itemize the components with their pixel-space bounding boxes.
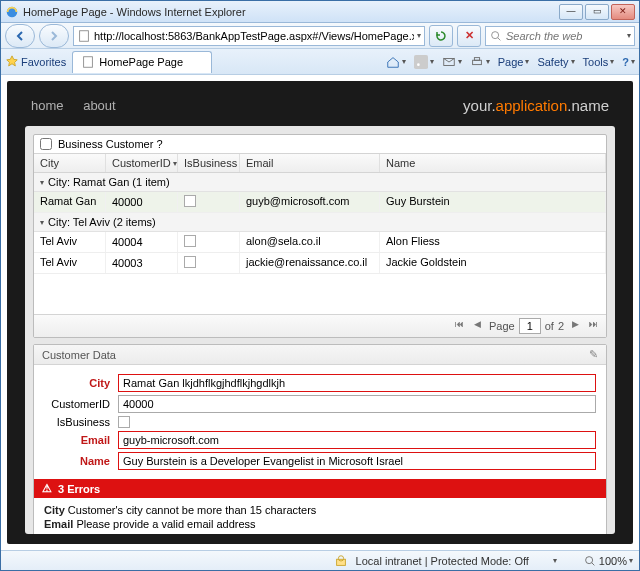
error-list: City Customer's city cannot be more than… bbox=[34, 498, 606, 534]
col-customerid[interactable]: CustomerID▾ bbox=[106, 154, 178, 172]
label-name: Name bbox=[44, 455, 110, 467]
svg-point-12 bbox=[585, 556, 592, 563]
svg-line-13 bbox=[592, 562, 595, 565]
back-button[interactable] bbox=[5, 24, 35, 48]
sort-desc-icon: ▾ bbox=[173, 159, 177, 168]
label-customerid: CustomerID bbox=[44, 398, 110, 410]
main-card: Business Customer ? City CustomerID▾ IsB… bbox=[25, 126, 615, 534]
pager-page-input[interactable] bbox=[519, 318, 541, 334]
input-name[interactable] bbox=[118, 452, 596, 470]
error-item: Name Customer's name cannot be more than… bbox=[44, 532, 596, 534]
business-customer-checkbox[interactable] bbox=[40, 138, 52, 150]
customer-form-panel: Customer Data ✎ City CustomerID bbox=[33, 344, 607, 534]
search-input[interactable] bbox=[506, 30, 624, 42]
table-row[interactable]: Tel Aviv 40004 alon@sela.co.il Alon Flie… bbox=[34, 232, 606, 253]
page-menu[interactable]: Page ▾ bbox=[498, 56, 530, 68]
error-icon: ⚠ bbox=[42, 482, 52, 495]
pager-prev[interactable]: ◀ bbox=[471, 319, 485, 333]
svg-rect-4 bbox=[84, 57, 93, 68]
label-isbusiness: IsBusiness bbox=[44, 416, 110, 428]
tabbar: Favorites HomePage Page ▾ ▾ ▾ ▾ Page ▾ S… bbox=[1, 49, 639, 75]
app-header: home about your.application.name bbox=[25, 93, 615, 126]
svg-rect-1 bbox=[80, 30, 89, 41]
home-button[interactable]: ▾ bbox=[386, 55, 406, 69]
search-icon bbox=[489, 29, 503, 43]
zone-icon bbox=[334, 554, 348, 568]
label-email: Email bbox=[44, 434, 110, 446]
silverlight-app: home about your.application.name Busines… bbox=[7, 81, 633, 544]
pager-first[interactable]: ⏮ bbox=[453, 319, 467, 333]
close-button[interactable]: ✕ bbox=[611, 4, 635, 20]
feeds-button[interactable]: ▾ bbox=[414, 55, 434, 69]
svg-rect-5 bbox=[414, 55, 428, 69]
input-city[interactable] bbox=[118, 374, 596, 392]
print-icon bbox=[470, 55, 484, 69]
refresh-button[interactable] bbox=[429, 25, 453, 47]
nav-about[interactable]: about bbox=[83, 98, 116, 113]
tab-page-icon bbox=[81, 55, 95, 69]
svg-point-6 bbox=[417, 63, 420, 66]
nav-home[interactable]: home bbox=[31, 98, 64, 113]
input-customerid[interactable] bbox=[118, 395, 596, 413]
error-header: ⚠ 3 Errors bbox=[34, 479, 606, 498]
col-city[interactable]: City bbox=[34, 154, 106, 172]
page-icon bbox=[77, 29, 91, 43]
svg-rect-8 bbox=[472, 60, 481, 64]
forward-button[interactable] bbox=[39, 24, 69, 48]
tab-title: HomePage Page bbox=[99, 56, 183, 68]
protected-mode-dropdown[interactable]: ▾ bbox=[553, 556, 557, 565]
rss-icon bbox=[414, 55, 428, 69]
favorites-button[interactable]: Favorites bbox=[5, 55, 66, 69]
edit-icon[interactable]: ✎ bbox=[589, 348, 598, 361]
content-area: home about your.application.name Busines… bbox=[1, 75, 639, 550]
svg-rect-10 bbox=[336, 559, 345, 565]
checkbox-icon[interactable] bbox=[184, 235, 196, 247]
table-row[interactable]: Tel Aviv 40003 jackie@renaissance.co.il … bbox=[34, 253, 606, 274]
col-isbusiness[interactable]: IsBusiness bbox=[178, 154, 240, 172]
url-input[interactable] bbox=[94, 30, 414, 42]
mail-icon bbox=[442, 55, 456, 69]
window-title: HomePage Page - Windows Internet Explore… bbox=[23, 6, 559, 18]
table-row[interactable]: Ramat Gan 40000 guyb@microsoft.com Guy B… bbox=[34, 192, 606, 213]
browser-tab[interactable]: HomePage Page bbox=[72, 51, 212, 73]
checkbox-icon[interactable] bbox=[184, 256, 196, 268]
maximize-button[interactable]: ▭ bbox=[585, 4, 609, 20]
tools-menu[interactable]: Tools ▾ bbox=[583, 56, 615, 68]
data-grid-panel: Business Customer ? City CustomerID▾ IsB… bbox=[33, 134, 607, 338]
zoom-control[interactable]: 100% ▾ bbox=[583, 554, 633, 568]
favorites-label: Favorites bbox=[21, 56, 66, 68]
pager-next[interactable]: ▶ bbox=[568, 319, 582, 333]
home-icon bbox=[386, 55, 400, 69]
pager: ⏮ ◀ Page of 2 ▶ ⏭ bbox=[34, 314, 606, 337]
form-title: Customer Data bbox=[42, 349, 116, 361]
search-dropdown-icon[interactable]: ▾ bbox=[627, 31, 631, 40]
zoom-dropdown-icon[interactable]: ▾ bbox=[629, 556, 633, 565]
statusbar: Local intranet | Protected Mode: Off ▾ 1… bbox=[1, 550, 639, 570]
stop-button[interactable]: ✕ bbox=[457, 25, 481, 47]
input-isbusiness[interactable] bbox=[118, 416, 130, 428]
mail-button[interactable]: ▾ bbox=[442, 55, 462, 69]
star-icon bbox=[5, 55, 19, 69]
col-email[interactable]: Email bbox=[240, 154, 380, 172]
titlebar: HomePage Page - Windows Internet Explore… bbox=[1, 1, 639, 23]
safety-menu[interactable]: Safety ▾ bbox=[537, 56, 574, 68]
url-dropdown-icon[interactable]: ▾ bbox=[417, 31, 421, 40]
address-bar[interactable]: ▾ bbox=[73, 26, 425, 46]
col-name[interactable]: Name bbox=[380, 154, 606, 172]
group-row[interactable]: ▾City: Ramat Gan (1 item) bbox=[34, 173, 606, 192]
print-button[interactable]: ▾ bbox=[470, 55, 490, 69]
search-box[interactable]: ▾ bbox=[485, 26, 635, 46]
help-button[interactable]: ?▾ bbox=[622, 56, 635, 68]
error-item: City Customer's city cannot be more than… bbox=[44, 504, 596, 516]
ie-icon bbox=[5, 5, 19, 19]
ie-window: HomePage Page - Windows Internet Explore… bbox=[0, 0, 640, 571]
label-city: City bbox=[44, 377, 110, 389]
app-brand: your.application.name bbox=[463, 97, 609, 114]
svg-line-3 bbox=[498, 37, 501, 40]
group-row[interactable]: ▾City: Tel Aviv (2 items) bbox=[34, 213, 606, 232]
input-email[interactable] bbox=[118, 431, 596, 449]
checkbox-icon[interactable] bbox=[184, 195, 196, 207]
pager-last[interactable]: ⏭ bbox=[586, 319, 600, 333]
minimize-button[interactable]: — bbox=[559, 4, 583, 20]
expand-icon: ▾ bbox=[40, 178, 44, 187]
